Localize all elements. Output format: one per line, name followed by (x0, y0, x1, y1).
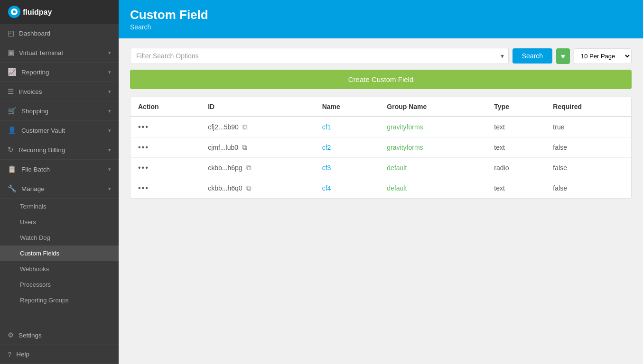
group-name-link[interactable]: gravityforms (387, 144, 423, 151)
sidebar-item-file-batch[interactable]: 📋 File Batch ▾ (0, 160, 119, 179)
sidebar-item-customer-vault[interactable]: 👤 Customer Vault ▾ (0, 121, 119, 140)
sidebar-item-label: Customer Vault (21, 127, 108, 134)
svg-point-2 (13, 10, 16, 13)
col-type: Type (486, 97, 545, 117)
logo: fluidpay (0, 0, 119, 24)
action-dots[interactable]: ••• (138, 123, 149, 131)
copy-icon[interactable]: ⧉ (242, 123, 248, 131)
type-cell: text (486, 137, 545, 158)
action-cell: ••• (130, 117, 200, 137)
shopping-icon: 🛒 (8, 107, 17, 115)
col-group-name: Group Name (379, 97, 486, 117)
sidebar-item-help[interactable]: ? Help (0, 345, 119, 364)
name-cell: cf3 (315, 158, 380, 178)
table-header-row: Action ID Name Group Name Type Required (130, 97, 631, 117)
sidebar-item-label: Virtual Terminal (19, 49, 108, 56)
table-row: ••• cjmf...lub0 ⧉ cf2 gravityforms text … (130, 137, 631, 158)
sidebar-item-label: Help (16, 351, 111, 358)
col-name: Name (315, 97, 380, 117)
col-required: Required (545, 97, 631, 117)
sidebar-item-reporting-groups[interactable]: Reporting Groups (0, 292, 119, 308)
id-value: cjmf...lub0 (208, 144, 238, 151)
reporting-icon: 📈 (8, 68, 17, 76)
required-cell: false (545, 178, 631, 199)
type-cell: radio (486, 158, 545, 178)
settings-icon: ⚙ (8, 331, 14, 339)
action-cell: ••• (130, 178, 200, 199)
action-dots[interactable]: ••• (138, 143, 149, 151)
copy-icon[interactable]: ⧉ (242, 143, 247, 152)
id-cell: ckbb...h6q0 ⧉ (200, 178, 314, 199)
name-cell: cf2 (315, 137, 380, 158)
name-cell: cf4 (315, 178, 380, 199)
required-cell: false (545, 158, 631, 178)
id-value: cfj2...5b90 (208, 123, 239, 131)
group-name-link[interactable]: default (387, 184, 407, 192)
chevron-icon: ▾ (108, 166, 111, 173)
per-page-select[interactable]: 10 Per Page25 Per Page50 Per Page100 Per… (574, 48, 632, 64)
table-row: ••• ckbb...h6pg ⧉ cf3 default radio fals… (130, 158, 631, 178)
group-name-cell: default (379, 158, 486, 178)
sidebar-item-label: Shopping (21, 108, 108, 115)
customer-icon: 👤 (8, 126, 17, 135)
sidebar-item-reporting[interactable]: 📈 Reporting ▾ (0, 63, 119, 82)
filter-select-wrapper: Filter Search Options ▾ (130, 48, 509, 64)
sidebar-item-watchdog[interactable]: Watch Dog (0, 230, 119, 246)
custom-fields-table: Action ID Name Group Name Type Required … (130, 97, 632, 199)
create-custom-field-button[interactable]: Create Custom Field (130, 70, 632, 89)
group-name-cell: default (379, 178, 486, 199)
invoices-icon: ☰ (8, 87, 14, 96)
col-id: ID (200, 97, 314, 117)
sidebar-item-users[interactable]: Users (0, 214, 119, 230)
table-row: ••• cfj2...5b90 ⧉ cf1 gravityforms text … (130, 117, 631, 137)
group-name-link[interactable]: gravityforms (387, 123, 423, 131)
id-value: ckbb...h6pg (208, 164, 242, 172)
copy-icon[interactable]: ⧉ (246, 184, 252, 192)
sidebar-item-label: File Batch (21, 166, 108, 173)
required-cell: false (545, 137, 631, 158)
sidebar-item-shopping[interactable]: 🛒 Shopping ▾ (0, 101, 119, 121)
sidebar-item-label: Settings (19, 332, 111, 339)
name-link[interactable]: cf4 (322, 184, 331, 192)
favorite-button[interactable]: ♥ (556, 48, 570, 64)
action-dots[interactable]: ••• (138, 184, 149, 192)
group-name-cell: gravityforms (379, 117, 486, 137)
sidebar-item-dashboard[interactable]: ◰ Dashboard (0, 24, 119, 43)
dashboard-icon: ◰ (8, 29, 14, 37)
sidebar-item-invoices[interactable]: ☰ Invoices ▾ (0, 82, 119, 101)
name-link[interactable]: cf1 (322, 123, 331, 131)
sidebar-item-webhooks[interactable]: Webhooks (0, 261, 119, 277)
sidebar-item-terminals[interactable]: Terminals (0, 199, 119, 214)
sidebar-item-custom-fields[interactable]: Custom Fields (0, 246, 119, 261)
filter-search-select[interactable]: Filter Search Options (130, 48, 509, 64)
terminal-icon: ▣ (8, 48, 14, 57)
sidebar-item-recurring-billing[interactable]: ↻ Recurring Billing ▾ (0, 140, 119, 160)
type-cell: text (486, 178, 545, 199)
name-link[interactable]: cf3 (322, 164, 331, 172)
name-link[interactable]: cf2 (322, 144, 331, 151)
page-header: Custom Field Search (119, 0, 643, 38)
search-button[interactable]: Search (513, 48, 552, 64)
id-cell: cjmf...lub0 ⧉ (200, 137, 314, 158)
sidebar-item-manage[interactable]: 🔧 Manage ▾ (0, 179, 119, 199)
group-name-link[interactable]: default (387, 164, 407, 172)
sidebar-item-label: Manage (21, 185, 108, 192)
logo-svg: fluidpay (8, 5, 60, 19)
required-cell: true (545, 117, 631, 137)
action-dots[interactable]: ••• (138, 164, 149, 172)
name-cell: cf1 (315, 117, 380, 137)
action-cell: ••• (130, 158, 200, 178)
sidebar-item-virtual-terminal[interactable]: ▣ Virtual Terminal ▾ (0, 43, 119, 63)
chevron-icon: ▾ (108, 147, 111, 153)
search-bar: Filter Search Options ▾ Search ♥ 10 Per … (130, 48, 632, 64)
sidebar-item-processors[interactable]: Processors (0, 277, 119, 292)
chevron-icon: ▾ (108, 186, 111, 192)
sidebar: fluidpay ◰ Dashboard ▣ Virtual Terminal … (0, 0, 119, 364)
sidebar-item-settings[interactable]: ⚙ Settings (0, 326, 119, 345)
copy-icon[interactable]: ⧉ (246, 164, 252, 172)
manage-icon: 🔧 (8, 184, 17, 193)
page-subtitle: Search (130, 23, 632, 31)
main-content: Custom Field Search Filter Search Option… (119, 0, 643, 364)
sidebar-item-label: Dashboard (19, 30, 111, 37)
content-area: Filter Search Options ▾ Search ♥ 10 Per … (119, 38, 643, 364)
